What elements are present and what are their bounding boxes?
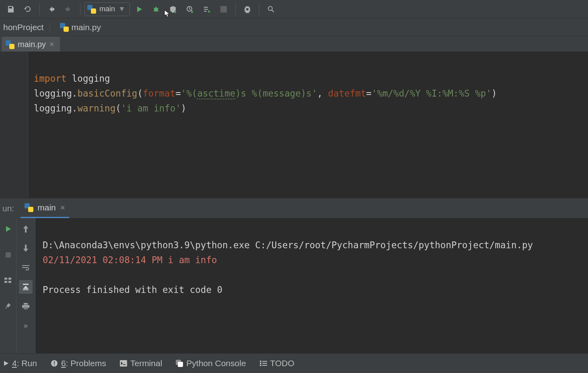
- code-func: warning: [77, 103, 115, 113]
- run-panel-header: un: main ✕: [0, 198, 588, 218]
- code-func: basicConfig: [77, 88, 137, 99]
- tool-pyconsole-label: Python Console: [186, 359, 246, 368]
- close-icon[interactable]: ✕: [49, 41, 54, 48]
- python-icon: [87, 5, 96, 14]
- close-icon[interactable]: ✕: [60, 204, 65, 212]
- editor-tabbar: main.py ✕: [0, 36, 588, 52]
- run-tab-label: main: [37, 203, 56, 212]
- python-icon: [176, 360, 183, 367]
- scroll-to-end-icon[interactable]: [19, 280, 33, 294]
- warning-icon: [51, 360, 58, 367]
- refresh-icon[interactable]: [20, 2, 35, 17]
- tool-todo[interactable]: TODO: [260, 359, 294, 368]
- search-icon[interactable]: [263, 2, 279, 17]
- code-area[interactable]: import logging logging.basicConfig(forma…: [28, 52, 502, 198]
- python-icon: [6, 40, 14, 49]
- svg-point-18: [260, 363, 261, 364]
- svg-rect-15: [120, 360, 127, 367]
- soft-wrap-icon[interactable]: [19, 261, 33, 274]
- code-arg: datefmt: [328, 88, 366, 99]
- code-text: (: [137, 88, 143, 99]
- pin-icon[interactable]: [1, 299, 15, 313]
- run-config-label: main: [99, 5, 115, 13]
- breadcrumb-project[interactable]: honProject: [3, 23, 43, 32]
- code-text: ): [491, 88, 497, 99]
- code-text: =: [366, 88, 372, 99]
- tool-run-label: : Run: [17, 359, 37, 368]
- print-icon[interactable]: [19, 299, 33, 313]
- run-anything-icon[interactable]: [199, 2, 214, 17]
- stop-icon[interactable]: [216, 2, 231, 17]
- toolbar-separator: [39, 4, 40, 15]
- svg-rect-19: [262, 363, 267, 364]
- code-text: =: [175, 88, 181, 99]
- save-icon[interactable]: [3, 2, 19, 17]
- tool-run-digit: 4: [12, 359, 17, 368]
- svg-rect-21: [262, 365, 267, 366]
- run-panel-label: un:: [2, 204, 14, 213]
- svg-rect-14: [54, 365, 55, 365]
- svg-rect-4: [6, 252, 11, 258]
- run-tab[interactable]: main ✕: [21, 198, 69, 218]
- svg-rect-7: [4, 281, 7, 283]
- bottom-toolbar: 4: Run 6: Problems Terminal Python Conso…: [0, 353, 588, 373]
- code-editor[interactable]: import logging logging.basicConfig(forma…: [0, 52, 588, 198]
- breadcrumb-separator: 〉: [47, 22, 56, 33]
- debug-icon[interactable]: [148, 2, 164, 17]
- svg-rect-13: [54, 361, 55, 364]
- console-blank: [43, 270, 48, 280]
- code-text: ): [181, 103, 187, 113]
- run-config-selector[interactable]: main ▼: [84, 2, 130, 16]
- svg-rect-9: [24, 303, 28, 305]
- run-icon[interactable]: [132, 2, 147, 17]
- run-mid-gutter: »: [16, 218, 35, 353]
- scroll-up-icon[interactable]: [19, 222, 33, 236]
- code-text: ,: [317, 88, 328, 99]
- console-command: D:\Anaconda3\envs\python3.9\python.exe C…: [43, 240, 533, 250]
- coverage-icon[interactable]: [165, 2, 181, 17]
- code-text: logging.: [34, 88, 77, 99]
- tool-terminal-label: Terminal: [130, 359, 162, 368]
- tool-python-console[interactable]: Python Console: [176, 359, 246, 368]
- tool-run[interactable]: 4: Run: [3, 359, 37, 368]
- scroll-down-icon[interactable]: [19, 241, 33, 255]
- svg-rect-11: [24, 307, 28, 309]
- editor-gutter[interactable]: [0, 52, 28, 198]
- svg-rect-2: [220, 6, 227, 12]
- tool-problems[interactable]: 6: Problems: [51, 359, 106, 368]
- toolbar-separator: [259, 4, 259, 15]
- editor-tab-label: main.py: [18, 40, 46, 49]
- console-warning: 02/11/2021 02:08:14 PM i am info: [43, 255, 217, 265]
- svg-rect-8: [8, 281, 11, 283]
- forward-icon[interactable]: [61, 2, 76, 17]
- run-panel: » D:\Anaconda3\envs\python3.9\python.exe…: [0, 218, 588, 353]
- code-text: (: [115, 103, 121, 113]
- chevron-down-icon: ▼: [118, 5, 125, 13]
- stop-icon[interactable]: [1, 248, 15, 262]
- code-text: logging.: [34, 103, 77, 113]
- code-str: '%(: [181, 88, 197, 99]
- console-exit: Process finished with exit code 0: [43, 284, 222, 295]
- toolbar-separator: [235, 4, 236, 15]
- code-keyword: import: [34, 73, 66, 84]
- list-icon: [260, 361, 267, 366]
- console-output[interactable]: D:\Anaconda3\envs\python3.9\python.exe C…: [35, 218, 588, 353]
- tool-terminal[interactable]: Terminal: [120, 359, 162, 368]
- svg-point-3: [268, 6, 272, 10]
- code-str: 'i am info': [121, 103, 181, 113]
- code-arg: format: [143, 88, 175, 99]
- profile-icon[interactable]: [182, 2, 197, 17]
- rerun-icon[interactable]: [1, 222, 15, 236]
- settings-icon[interactable]: [240, 2, 255, 17]
- python-icon: [60, 23, 69, 32]
- breadcrumb-file[interactable]: main.py: [60, 23, 101, 32]
- back-icon[interactable]: [44, 2, 59, 17]
- code-text: logging: [66, 73, 110, 84]
- breadcrumb: honProject 〉 main.py: [0, 19, 588, 36]
- svg-point-20: [260, 365, 261, 366]
- terminal-icon: [120, 360, 127, 367]
- editor-tab[interactable]: main.py ✕: [2, 37, 60, 52]
- svg-rect-5: [4, 278, 7, 280]
- more-icon[interactable]: »: [19, 319, 33, 332]
- layout-icon[interactable]: [1, 274, 15, 287]
